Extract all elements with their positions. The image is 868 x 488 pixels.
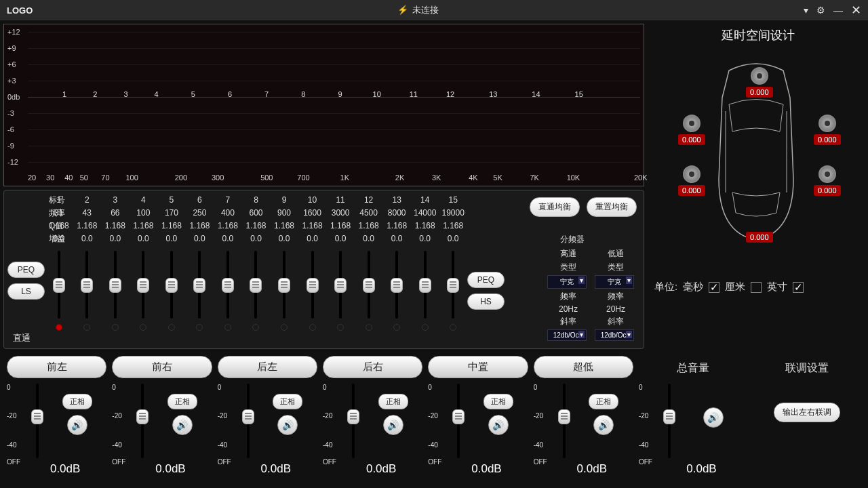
eq-slider-8[interactable] bbox=[242, 251, 271, 319]
channel-2-phase[interactable]: 正相 bbox=[273, 394, 302, 409]
channel-2-mute[interactable]: 🔊 bbox=[277, 415, 298, 435]
eq-slider-9[interactable] bbox=[270, 251, 298, 319]
crossover-title: 分频器 bbox=[508, 234, 637, 245]
eq-slider-6[interactable] bbox=[186, 251, 214, 319]
unit-inch-check[interactable] bbox=[793, 282, 804, 293]
channel-1-slider[interactable] bbox=[132, 384, 153, 465]
eq-slider-7[interactable] bbox=[214, 251, 242, 319]
channel-3-slider[interactable] bbox=[343, 384, 363, 465]
channel-3-mute[interactable]: 🔊 bbox=[383, 415, 403, 435]
ls-button[interactable]: LS bbox=[7, 283, 45, 300]
connection-status: ⚡未连接 bbox=[33, 4, 804, 16]
eq-slider-4[interactable] bbox=[130, 251, 158, 319]
delay-title: 延时空间设计 bbox=[654, 27, 861, 43]
eq-bypass-3[interactable] bbox=[112, 324, 119, 331]
lp-slope-select[interactable]: 12db/Oct bbox=[595, 329, 634, 341]
channel-0-phase[interactable]: 正相 bbox=[62, 394, 92, 409]
eq-slider-13[interactable] bbox=[382, 251, 411, 319]
settings-icon[interactable]: ⚙ bbox=[816, 5, 825, 16]
bypass-eq-button[interactable]: 直通均衡 bbox=[530, 197, 580, 217]
eq-bypass-11[interactable] bbox=[337, 324, 344, 331]
eq-bypass-13[interactable] bbox=[393, 324, 400, 331]
master-title: 总音量 bbox=[639, 361, 747, 375]
speaker-rl[interactable]: 0.000 bbox=[678, 165, 705, 196]
reset-eq-button[interactable]: 重置均衡 bbox=[587, 197, 637, 217]
car-diagram: 0.000 0.000 0.000 0.000 0.000 0.000 bbox=[654, 57, 858, 274]
peq2-button[interactable]: PEQ bbox=[467, 272, 505, 288]
eq-slider-14[interactable] bbox=[411, 251, 439, 319]
channel-4-mute[interactable]: 🔊 bbox=[488, 415, 509, 435]
channel-5-phase[interactable]: 正相 bbox=[589, 394, 618, 409]
lp-type-select[interactable]: 宁克 bbox=[595, 275, 634, 289]
master-slider[interactable] bbox=[659, 384, 679, 465]
eq-panel: PEQ LS 直通 标号 频率 Q值 增益 1311.1680.02431.16… bbox=[3, 190, 644, 349]
speaker-rr[interactable]: 0.000 bbox=[814, 165, 841, 196]
eq-slider-5[interactable] bbox=[157, 251, 186, 319]
eq-bypass-12[interactable] bbox=[366, 324, 372, 331]
channel-5-slider[interactable] bbox=[554, 384, 574, 465]
channel-4-phase[interactable]: 正相 bbox=[484, 394, 513, 409]
channel-5-mute[interactable]: 🔊 bbox=[593, 415, 614, 435]
speaker-top[interactable]: 0.000 bbox=[746, 67, 773, 98]
eq-bypass-4[interactable] bbox=[140, 324, 146, 331]
eq-bypass-8[interactable] bbox=[252, 324, 259, 331]
master-mute[interactable]: 🔊 bbox=[703, 407, 724, 428]
channel-4-button[interactable]: 中置 bbox=[428, 356, 528, 378]
bypass-label: 直通 bbox=[7, 332, 45, 344]
logo: LOGO bbox=[7, 5, 33, 16]
channel-1-mute[interactable]: 🔊 bbox=[172, 415, 193, 435]
eq-bypass-14[interactable] bbox=[422, 324, 429, 331]
menu-icon[interactable]: ▾ bbox=[804, 5, 808, 16]
peq-button[interactable]: PEQ bbox=[7, 262, 45, 278]
channel-0-mute[interactable]: 🔊 bbox=[67, 415, 87, 435]
channel-2-button[interactable]: 后左 bbox=[218, 356, 317, 378]
output-link-button[interactable]: 输出左右联调 bbox=[774, 403, 840, 422]
eq-slider-12[interactable] bbox=[355, 251, 383, 319]
channel-2-slider[interactable] bbox=[238, 384, 258, 465]
channel-5-button[interactable]: 超低 bbox=[534, 356, 633, 378]
channel-3-phase[interactable]: 正相 bbox=[378, 394, 408, 409]
channel-3-button[interactable]: 后右 bbox=[323, 356, 422, 378]
eq-bypass-15[interactable] bbox=[450, 324, 456, 331]
eq-slider-1[interactable] bbox=[45, 251, 73, 319]
title-bar: LOGO ⚡未连接 ▾ ⚙ — ✕ bbox=[0, 0, 868, 20]
eq-slider-15[interactable] bbox=[439, 251, 467, 319]
channel-4-slider[interactable] bbox=[448, 384, 469, 465]
unit-label: 单位: bbox=[654, 281, 677, 293]
unit-cm-check[interactable] bbox=[751, 282, 762, 293]
link-title: 联调设置 bbox=[753, 361, 861, 375]
eq-bypass-5[interactable] bbox=[168, 324, 175, 331]
speaker-fr[interactable]: 0.000 bbox=[814, 115, 841, 145]
channel-1-phase[interactable]: 正相 bbox=[167, 394, 197, 409]
eq-bypass-10[interactable] bbox=[309, 324, 316, 331]
eq-bypass-6[interactable] bbox=[196, 324, 203, 331]
unit-ms-check[interactable] bbox=[709, 282, 719, 293]
minimize-icon[interactable]: — bbox=[833, 5, 843, 16]
eq-slider-3[interactable] bbox=[101, 251, 130, 319]
channel-0-slider[interactable] bbox=[27, 384, 47, 465]
hp-type-select[interactable]: 宁克 bbox=[547, 275, 587, 289]
eq-bypass-7[interactable] bbox=[224, 324, 231, 331]
eq-bypass-1[interactable] bbox=[56, 324, 62, 331]
eq-bypass-2[interactable] bbox=[83, 324, 90, 331]
eq-slider-2[interactable] bbox=[73, 251, 102, 319]
eq-slider-11[interactable] bbox=[326, 251, 355, 319]
close-icon[interactable]: ✕ bbox=[851, 3, 861, 18]
hs-button[interactable]: HS bbox=[467, 293, 505, 310]
eq-chart[interactable]: +12+9+6+30db-3-6-9-12 123456789101112131… bbox=[3, 24, 644, 186]
speaker-sub[interactable]: 0.000 bbox=[746, 230, 773, 243]
eq-bypass-9[interactable] bbox=[281, 324, 288, 331]
hp-slope-select[interactable]: 12db/Oct bbox=[547, 329, 587, 341]
eq-slider-10[interactable] bbox=[298, 251, 327, 319]
speaker-fl[interactable]: 0.000 bbox=[678, 115, 705, 145]
channel-0-button[interactable]: 前左 bbox=[7, 356, 106, 378]
channel-1-button[interactable]: 前右 bbox=[112, 356, 212, 378]
